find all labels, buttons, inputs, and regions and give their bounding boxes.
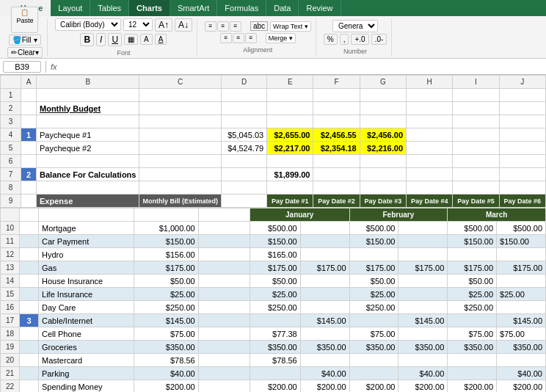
cell-a2[interactable] xyxy=(21,102,37,115)
cell-a15[interactable] xyxy=(20,288,39,301)
cell-d1[interactable] xyxy=(221,89,266,102)
cell-i17[interactable] xyxy=(448,314,497,327)
cell-d2[interactable] xyxy=(221,102,266,115)
cell-c1[interactable] xyxy=(139,89,222,102)
cell-d7[interactable] xyxy=(221,168,266,181)
cell-c15[interactable]: $25.00 xyxy=(134,288,199,301)
cell-e5[interactable]: $2,217.00 xyxy=(267,142,313,155)
tab-formulas[interactable]: Formulas xyxy=(217,0,266,16)
month-b[interactable] xyxy=(39,208,134,222)
cell-f13[interactable]: $175.00 xyxy=(300,261,349,275)
cell-j22[interactable]: $200.00 xyxy=(497,380,546,393)
cell-i22[interactable]: $200.00 xyxy=(448,380,497,393)
align-center-button[interactable]: ≡ xyxy=(233,33,244,43)
cell-g1[interactable] xyxy=(360,89,406,102)
cell-g14[interactable]: $50.00 xyxy=(349,275,398,288)
font-size-select[interactable]: 12 xyxy=(123,18,153,31)
cell-b13[interactable]: Gas xyxy=(39,261,134,275)
cell-e9-jan-pd1[interactable]: Pay Date #1 xyxy=(267,195,313,208)
cell-i15[interactable]: $25.00 xyxy=(448,288,497,301)
col-header-d[interactable]: D xyxy=(221,76,266,89)
cell-a3[interactable] xyxy=(21,115,37,128)
cell-i5[interactable] xyxy=(453,142,499,155)
cell-j16[interactable] xyxy=(497,301,546,314)
cell-h1[interactable] xyxy=(407,89,453,102)
cell-i3[interactable] xyxy=(453,115,499,128)
cell-e6[interactable] xyxy=(267,155,313,168)
cell-h17[interactable]: $145.00 xyxy=(398,314,448,327)
cell-b16[interactable]: Day Care xyxy=(39,301,134,314)
cell-e22[interactable]: $200.00 xyxy=(250,380,300,393)
cell-d22[interactable] xyxy=(198,380,250,393)
cell-c12[interactable]: $156.00 xyxy=(134,248,199,261)
cell-h7[interactable] xyxy=(407,168,453,181)
cell-j17[interactable]: $145.00 xyxy=(497,314,546,327)
cell-j20[interactable] xyxy=(497,354,546,367)
cell-b15[interactable]: Life Insurance xyxy=(39,288,134,301)
cell-j15[interactable]: $25.00 xyxy=(497,288,546,301)
formula-input[interactable] xyxy=(60,62,543,71)
cell-b10[interactable]: Mortgage xyxy=(39,222,134,235)
cell-d20[interactable] xyxy=(198,354,250,367)
cell-h16[interactable] xyxy=(398,301,448,314)
cell-j7[interactable] xyxy=(499,168,545,181)
col-header-f[interactable]: F xyxy=(313,76,360,89)
cell-a16[interactable] xyxy=(20,301,39,314)
cell-i18[interactable]: $75.00 xyxy=(448,327,497,341)
clear-button[interactable]: ✏ Clear▾ xyxy=(7,47,43,58)
cell-j4[interactable] xyxy=(499,128,545,142)
cell-g11[interactable]: $150.00 xyxy=(349,235,398,248)
cell-g20[interactable] xyxy=(349,354,398,367)
cell-j5[interactable] xyxy=(499,142,545,155)
cell-f3[interactable] xyxy=(313,115,360,128)
cell-f22[interactable]: $200.00 xyxy=(300,380,349,393)
col-header-c[interactable]: C xyxy=(139,76,222,89)
font-grow-button[interactable]: A↑ xyxy=(155,18,172,32)
cell-c21[interactable]: $40.00 xyxy=(134,367,199,380)
cell-c6[interactable] xyxy=(139,155,222,168)
decrease-decimal-button[interactable]: .0- xyxy=(371,34,387,45)
cell-e17[interactable] xyxy=(250,314,300,327)
cell-e21[interactable] xyxy=(250,367,300,380)
cell-g17[interactable] xyxy=(349,314,398,327)
cell-j3[interactable] xyxy=(499,115,545,128)
tab-review[interactable]: Review xyxy=(299,0,341,16)
cell-d6[interactable] xyxy=(221,155,266,168)
cell-b4[interactable]: Paycheque #1 xyxy=(37,128,139,142)
cell-c3[interactable] xyxy=(139,115,222,128)
cell-i7[interactable] xyxy=(453,168,499,181)
cell-e19[interactable]: $350.00 xyxy=(250,341,300,354)
cell-a22[interactable] xyxy=(20,380,39,393)
cell-g8[interactable] xyxy=(360,181,406,195)
paste-button[interactable]: 📋 Paste xyxy=(11,7,38,33)
cell-f14[interactable] xyxy=(300,275,349,288)
cell-b12[interactable]: Hydro xyxy=(39,248,134,261)
cell-a10[interactable] xyxy=(20,222,39,235)
cell-e18[interactable]: $77.38 xyxy=(250,327,300,341)
cell-b5[interactable]: Paycheque #2 xyxy=(37,142,139,155)
cell-f1[interactable] xyxy=(313,89,360,102)
cell-h13[interactable]: $175.00 xyxy=(398,261,448,275)
cell-j14[interactable] xyxy=(497,275,546,288)
cell-a11[interactable] xyxy=(20,235,39,248)
cell-d16[interactable] xyxy=(198,301,250,314)
cell-f7[interactable] xyxy=(313,168,360,181)
tab-tables[interactable]: Tables xyxy=(90,0,129,16)
cell-d5[interactable]: $4,524.79 xyxy=(221,142,266,155)
cell-f17[interactable]: $145.00 xyxy=(300,314,349,327)
cell-d12[interactable] xyxy=(198,248,250,261)
cell-c20[interactable]: $78.56 xyxy=(134,354,199,367)
cell-g2[interactable] xyxy=(360,102,406,115)
cell-j10[interactable]: $500.00 xyxy=(497,222,546,235)
cell-b3[interactable] xyxy=(37,115,139,128)
cell-b9-expense[interactable]: Expense xyxy=(37,195,139,208)
cell-i6[interactable] xyxy=(453,155,499,168)
cell-a4-num[interactable]: 1 xyxy=(21,128,37,142)
cell-i19[interactable]: $350.00 xyxy=(448,341,497,354)
cell-g22[interactable]: $200.00 xyxy=(349,380,398,393)
cell-b21[interactable]: Parking xyxy=(39,367,134,380)
cell-d9[interactable] xyxy=(221,195,266,208)
cell-d19[interactable] xyxy=(198,341,250,354)
cell-h22[interactable]: $200.00 xyxy=(398,380,448,393)
cell-h10[interactable] xyxy=(398,222,448,235)
